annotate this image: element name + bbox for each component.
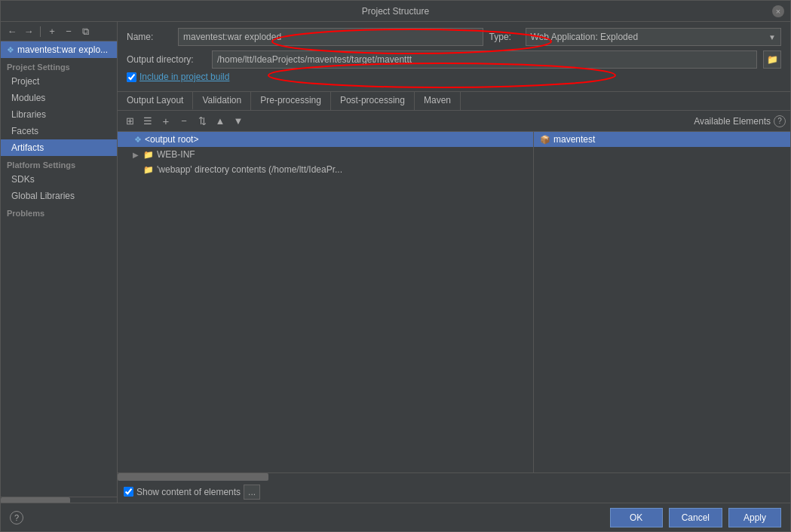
available-elements-label: Available Elements ? (694, 115, 786, 127)
right-panel: Name: Type: Web Application: Exploded ▼ … (118, 22, 790, 503)
bottom-scrollbar[interactable] (118, 472, 790, 480)
platform-settings-section: Platform Settings (1, 156, 117, 171)
include-build-label[interactable]: Include in project build (139, 72, 229, 82)
add-artifact-button[interactable]: + (45, 25, 59, 38)
toolbar-btn-grid[interactable]: ⊞ (122, 114, 137, 129)
module-icon-maventest: 📦 (540, 135, 550, 145)
sidebar-item-sdks[interactable]: SDKs (1, 171, 117, 188)
available-help-icon[interactable]: ? (774, 115, 786, 127)
tree-item-webapp-label: 'webapp' directory contents (/home/ltt/I… (157, 164, 342, 175)
sidebar: ← → + − ⧉ ❖ maventest:war explo... Proje… (1, 22, 118, 503)
available-panel: 📦 maventest (534, 132, 790, 472)
toggle-icon-web-inf: ▶ (133, 151, 140, 159)
browse-button[interactable]: 📁 (763, 50, 781, 69)
toolbar-btn-sort[interactable]: ⇅ (195, 114, 210, 129)
gear-icon: ❖ (134, 135, 142, 145)
folder-icon-webapp: 📁 (143, 165, 154, 175)
tree-item-output-root[interactable]: ❖ <output root> (118, 132, 533, 147)
problems-section: Problems (1, 204, 117, 219)
bottom-buttons-bar: ? OK Cancel Apply (1, 503, 790, 531)
toolbar-btn-up[interactable]: ▲ (213, 114, 228, 129)
ellipsis-button[interactable]: ... (244, 485, 260, 500)
split-panel: ❖ <output root> ▶ 📁 WEB-INF 📁 'webapp' d… (118, 132, 790, 472)
tab-post-processing[interactable]: Post-processing (331, 92, 415, 110)
dialog-title: Project Structure (19, 6, 772, 17)
tree-item-output-root-label: <output root> (145, 134, 198, 145)
available-item-maventest[interactable]: 📦 maventest (534, 132, 790, 147)
project-settings-section: Project Settings (1, 58, 117, 73)
scrollbar-track (118, 473, 790, 481)
name-type-row: Name: Type: Web Application: Exploded ▼ (127, 28, 781, 46)
main-content: ← → + − ⧉ ❖ maventest:war explo... Proje… (1, 22, 790, 503)
sidebar-nav-toolbar: ← → + − ⧉ (1, 22, 117, 41)
tree-item-web-inf[interactable]: ▶ 📁 WEB-INF (118, 147, 533, 162)
output-dir-row: Output directory: 📁 (127, 50, 781, 69)
close-button[interactable]: × (772, 5, 784, 17)
sidebar-item-project[interactable]: Project (1, 73, 117, 90)
tree-item-webapp[interactable]: 📁 'webapp' directory contents (/home/ltt… (118, 162, 533, 177)
sidebar-artifact-item[interactable]: ❖ maventest:war explo... (1, 41, 117, 58)
name-input[interactable] (178, 28, 483, 46)
sidebar-item-artifacts[interactable]: Artifacts (1, 139, 117, 156)
toolbar-btn-down[interactable]: ▼ (231, 114, 246, 129)
type-label: Type: (489, 32, 520, 42)
toolbar-btn-list[interactable]: ☰ (140, 114, 155, 129)
nav-forward-button[interactable]: → (22, 25, 35, 38)
help-button[interactable]: ? (10, 511, 23, 524)
tab-output-layout[interactable]: Output Layout (118, 92, 193, 110)
type-select-value: Web Application: Exploded (531, 32, 639, 42)
scrollbar-thumb (118, 473, 268, 481)
name-label: Name: (127, 32, 172, 42)
tab-maven[interactable]: Maven (415, 92, 461, 110)
artifact-item-label: maventest:war explo... (17, 44, 108, 55)
project-structure-dialog: Project Structure × ← → + − ⧉ ❖ maventes… (0, 0, 791, 532)
copy-artifact-button[interactable]: ⧉ (78, 25, 92, 38)
sidebar-item-global-libraries[interactable]: Global Libraries (1, 188, 117, 204)
tree-panel: ❖ <output root> ▶ 📁 WEB-INF 📁 'webapp' d… (118, 132, 534, 472)
nav-back-button[interactable]: ← (5, 25, 19, 38)
tab-validation[interactable]: Validation (193, 92, 251, 110)
sidebar-item-libraries[interactable]: Libraries (1, 106, 117, 123)
content-toolbar: ⊞ ☰ + − ⇅ ▲ ▼ Available Elements ? (118, 111, 790, 132)
cancel-button[interactable]: Cancel (669, 508, 722, 527)
toolbar-btn-remove[interactable]: − (176, 114, 192, 129)
tree-item-web-inf-label: WEB-INF (157, 149, 195, 160)
tab-pre-processing[interactable]: Pre-processing (251, 92, 331, 110)
folder-icon-web-inf: 📁 (143, 150, 154, 160)
form-area-wrapper: Name: Type: Web Application: Exploded ▼ … (118, 22, 790, 92)
title-bar: Project Structure × (1, 1, 790, 22)
artifact-icon: ❖ (7, 45, 14, 55)
include-build-row: Include in project build (127, 72, 781, 82)
remove-artifact-button[interactable]: − (62, 25, 75, 38)
sidebar-item-facets[interactable]: Facets (1, 123, 117, 139)
show-content-checkbox[interactable] (124, 487, 133, 497)
output-dir-input[interactable] (212, 50, 757, 69)
ok-button[interactable]: OK (610, 508, 663, 527)
footer-bar: Show content of elements ... (118, 480, 790, 503)
show-content-label: Show content of elements (136, 487, 241, 497)
include-build-checkbox[interactable] (127, 72, 136, 82)
sidebar-item-modules[interactable]: Modules (1, 90, 117, 106)
available-item-maventest-label: maventest (553, 134, 595, 145)
apply-button[interactable]: Apply (728, 508, 781, 527)
output-dir-label: Output directory: (127, 54, 206, 65)
type-select-chevron: ▼ (768, 33, 776, 41)
form-area: Name: Type: Web Application: Exploded ▼ … (118, 22, 790, 92)
type-select[interactable]: Web Application: Exploded ▼ (526, 28, 781, 46)
sidebar-scrollbar[interactable] (1, 497, 117, 503)
toolbar-btn-add[interactable]: + (158, 114, 173, 129)
tabs-bar: Output Layout Validation Pre-processing … (118, 92, 790, 111)
